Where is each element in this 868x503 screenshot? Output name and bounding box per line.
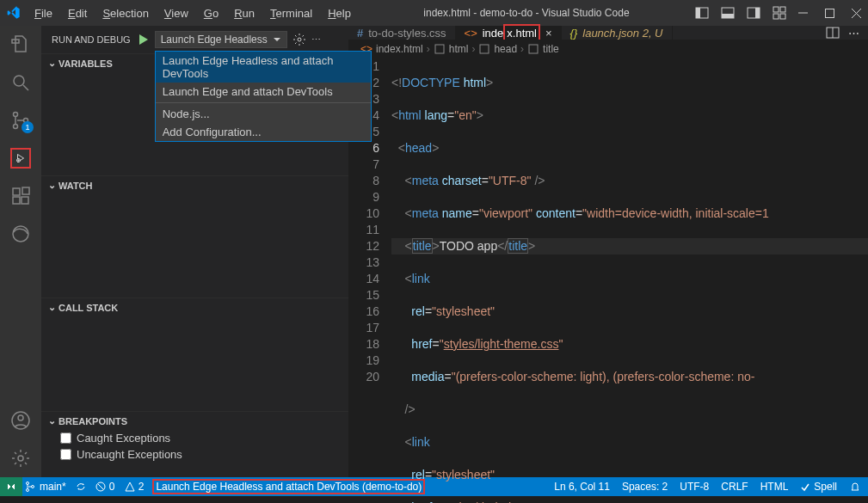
dropdown-opt-edge[interactable]: Launch Edge and attach DevTools bbox=[156, 83, 371, 101]
window-title: index.html - demo-to-do - Visual Studio … bbox=[358, 7, 695, 19]
customize-layout-icon[interactable] bbox=[773, 6, 786, 20]
tag-icon bbox=[478, 43, 490, 55]
svg-point-16 bbox=[14, 113, 18, 117]
debug-config-select[interactable]: Launch Edge Headless Launch Edge Headles… bbox=[155, 31, 287, 48]
settings-gear-icon[interactable] bbox=[10, 448, 31, 469]
maximize-icon[interactable] bbox=[825, 9, 834, 18]
svg-point-30 bbox=[298, 38, 301, 41]
accounts-icon[interactable] bbox=[10, 410, 31, 431]
close-icon[interactable] bbox=[852, 9, 861, 18]
section-breakpoints: ⌄BREAKPOINTS Caught Exceptions Uncaught … bbox=[41, 411, 348, 463]
tag-icon bbox=[527, 43, 539, 55]
vscode-logo-icon bbox=[7, 6, 21, 20]
tab-json[interactable]: {}launch.json 2, U bbox=[562, 26, 673, 40]
status-branch[interactable]: main* bbox=[24, 481, 66, 493]
svg-point-29 bbox=[18, 456, 23, 461]
toggle-primary-sidebar-icon[interactable] bbox=[695, 6, 709, 20]
remote-indicator[interactable] bbox=[0, 477, 22, 496]
gear-icon[interactable] bbox=[292, 33, 306, 46]
start-debug-icon[interactable] bbox=[136, 33, 150, 46]
section-header-breakpoints[interactable]: ⌄BREAKPOINTS bbox=[41, 412, 348, 430]
scm-badge: 1 bbox=[22, 121, 34, 133]
titlebar: File Edit Selection View Go Run Terminal… bbox=[0, 0, 868, 26]
svg-rect-22 bbox=[13, 188, 20, 195]
toggle-secondary-sidebar-icon[interactable] bbox=[747, 6, 760, 20]
status-problems[interactable]: 0 2 bbox=[95, 481, 145, 493]
menu-selection[interactable]: Selection bbox=[95, 3, 155, 23]
status-sync[interactable] bbox=[75, 481, 87, 493]
section-callstack: ⌄CALL STACK bbox=[41, 298, 348, 411]
config-selected-label: Launch Edge Headless bbox=[161, 34, 268, 46]
svg-rect-25 bbox=[22, 187, 29, 194]
bp-uncaught[interactable]: Uncaught Exceptions bbox=[41, 446, 348, 463]
code-content[interactable]: <!DOCTYPE html> <html lang="en"> <head> … bbox=[391, 58, 868, 503]
tab-close-icon[interactable]: × bbox=[545, 27, 552, 40]
minimize-icon[interactable] bbox=[798, 9, 808, 18]
layout-controls bbox=[695, 6, 786, 20]
editor-area: #to-do-styles.css <>index.html× {}launch… bbox=[348, 26, 868, 477]
svg-rect-23 bbox=[13, 197, 20, 204]
tab-actions: ⋯ bbox=[817, 26, 868, 40]
svg-rect-34 bbox=[480, 45, 489, 53]
bp-caught-checkbox[interactable] bbox=[60, 432, 71, 444]
run-debug-icon[interactable] bbox=[10, 148, 31, 169]
tab-css[interactable]: #to-do-styles.css bbox=[348, 26, 456, 40]
search-icon[interactable] bbox=[10, 72, 31, 93]
window-controls bbox=[798, 9, 861, 18]
section-header-watch[interactable]: ⌄WATCH bbox=[41, 176, 348, 194]
run-debug-sidebar: RUN AND DEBUG Launch Edge Headless Launc… bbox=[41, 26, 348, 477]
sidebar-title: RUN AND DEBUG bbox=[52, 34, 131, 45]
chevron-down-icon bbox=[273, 35, 281, 44]
tag-icon bbox=[434, 43, 446, 55]
svg-rect-24 bbox=[22, 197, 28, 204]
svg-line-15 bbox=[23, 85, 28, 90]
menu-run[interactable]: Run bbox=[227, 3, 262, 23]
svg-point-17 bbox=[14, 125, 18, 129]
menu-go[interactable]: Go bbox=[197, 3, 225, 23]
svg-point-28 bbox=[18, 415, 23, 420]
menu-terminal[interactable]: Terminal bbox=[263, 3, 319, 23]
svg-rect-8 bbox=[773, 14, 779, 19]
more-actions-icon[interactable]: ⋯ bbox=[311, 34, 321, 46]
svg-rect-3 bbox=[722, 14, 734, 18]
menu-edit[interactable]: Edit bbox=[61, 3, 94, 23]
menu-file[interactable]: File bbox=[28, 3, 59, 23]
svg-rect-7 bbox=[780, 7, 785, 12]
explorer-icon[interactable] bbox=[10, 34, 31, 55]
breadcrumb[interactable]: <> index.html› html› head› title bbox=[348, 40, 868, 58]
source-control-icon[interactable]: 1 bbox=[10, 110, 31, 131]
sidebar-header: RUN AND DEBUG Launch Edge Headless Launc… bbox=[41, 26, 348, 53]
svg-rect-9 bbox=[780, 14, 785, 19]
code-editor[interactable]: 1234567891011121314151617181920 <!DOCTYP… bbox=[348, 58, 868, 503]
dropdown-opt-nodejs[interactable]: Node.js... bbox=[156, 105, 371, 123]
svg-rect-6 bbox=[773, 7, 779, 12]
svg-rect-35 bbox=[529, 45, 538, 53]
editor-tabs: #to-do-styles.css <>index.html× {}launch… bbox=[348, 26, 868, 40]
svg-rect-11 bbox=[826, 9, 834, 17]
section-watch: ⌄WATCH bbox=[41, 175, 348, 298]
bp-caught[interactable]: Caught Exceptions bbox=[41, 430, 348, 446]
activity-bar: 1 bbox=[0, 26, 41, 477]
split-editor-icon[interactable] bbox=[826, 26, 840, 40]
svg-point-14 bbox=[14, 76, 24, 86]
menu-help[interactable]: Help bbox=[321, 3, 358, 23]
toggle-panel-icon[interactable] bbox=[721, 6, 735, 20]
svg-line-45 bbox=[98, 484, 103, 489]
more-tab-actions-icon[interactable]: ⋯ bbox=[848, 27, 859, 40]
svg-rect-5 bbox=[755, 8, 760, 18]
extensions-icon[interactable] bbox=[10, 186, 31, 206]
dropdown-opt-addconfig[interactable]: Add Configuration... bbox=[156, 123, 371, 141]
menu-view[interactable]: View bbox=[157, 3, 195, 23]
dropdown-opt-headless[interactable]: Launch Edge Headless and attach DevTools bbox=[156, 52, 371, 83]
tab-html[interactable]: <>index.html× bbox=[456, 26, 562, 40]
menu-bar: File Edit Selection View Go Run Terminal… bbox=[28, 3, 358, 23]
svg-rect-33 bbox=[435, 45, 444, 53]
dropdown-separator bbox=[156, 102, 371, 103]
bp-uncaught-checkbox[interactable] bbox=[60, 449, 71, 460]
edge-devtools-icon[interactable] bbox=[10, 224, 31, 244]
svg-rect-1 bbox=[696, 8, 700, 18]
config-dropdown: Launch Edge Headless and attach DevTools… bbox=[155, 51, 372, 142]
section-header-callstack[interactable]: ⌄CALL STACK bbox=[41, 298, 348, 316]
